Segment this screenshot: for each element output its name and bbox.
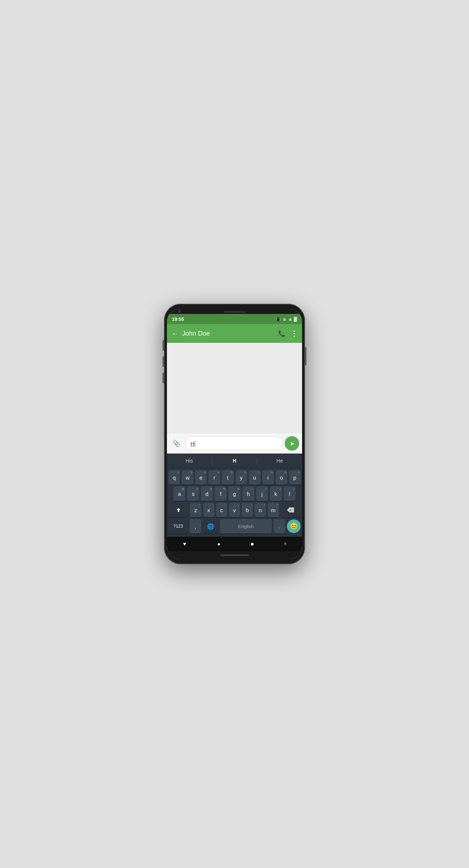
- suggestion-his[interactable]: His: [167, 454, 212, 468]
- key-d[interactable]: $d: [201, 486, 213, 501]
- nav-bar: ▼ ● ■ ⠿: [167, 537, 302, 551]
- battery-icon: ▓: [294, 316, 297, 322]
- key-b[interactable]: ;b: [242, 503, 253, 517]
- status-bar: 19:55 📳 ▲ ▲ ▓: [167, 314, 302, 324]
- shift-icon: [176, 507, 181, 513]
- contact-name: John Doe: [182, 330, 278, 337]
- suggestion-h[interactable]: H ···: [212, 454, 257, 468]
- key-r[interactable]: 4r: [208, 470, 220, 485]
- nav-back-button[interactable]: ▼: [182, 541, 187, 547]
- key-k[interactable]: (k: [270, 486, 282, 501]
- phone-device: 19:55 📳 ▲ ▲ ▓ ← John Doe 📞 ⋮ 📎: [164, 304, 305, 564]
- key-q[interactable]: 1q: [168, 470, 180, 485]
- key-w[interactable]: 2w: [182, 470, 193, 485]
- typed-text: H: [190, 441, 194, 447]
- more-options-icon[interactable]: ⋮: [291, 329, 298, 338]
- period-key[interactable]: .: [274, 519, 285, 533]
- message-area: [167, 343, 302, 433]
- key-x[interactable]: "x: [203, 503, 214, 517]
- camera: [178, 310, 181, 313]
- key-row-3: *z "x 'c :v ;b !n ?m: [168, 503, 301, 517]
- key-o[interactable]: 9o: [276, 470, 287, 485]
- emoji-key[interactable]: 😊: [287, 519, 301, 533]
- key-z[interactable]: *z: [190, 503, 201, 517]
- speaker: [224, 311, 245, 313]
- message-input-text: H: [190, 441, 195, 447]
- key-row-4: ?123 , 🌐 English . 😊: [168, 519, 301, 533]
- send-button[interactable]: ➤: [285, 436, 299, 451]
- status-icons: 📳 ▲ ▲ ▓: [276, 316, 297, 322]
- key-p[interactable]: 0p: [289, 470, 301, 485]
- key-a[interactable]: @a: [173, 486, 185, 501]
- bottom-bar: [167, 551, 302, 559]
- phone-screen: 19:55 📳 ▲ ▲ ▓ ← John Doe 📞 ⋮ 📎: [167, 309, 302, 559]
- delete-key[interactable]: [281, 503, 301, 517]
- key-row-1: 1q 2w 3e 4r 5t 6y 7u 8i 9o 0p: [168, 470, 301, 485]
- wifi-icon: ▲: [282, 316, 287, 322]
- key-t[interactable]: 5t: [222, 470, 233, 485]
- key-h[interactable]: -h: [242, 486, 254, 501]
- delete-icon: [287, 507, 294, 512]
- nav-home-button[interactable]: ●: [218, 541, 220, 547]
- key-e[interactable]: 3e: [195, 470, 207, 485]
- phone-top-bar: [167, 309, 302, 314]
- keyboard: His H ··· He 1q 2w 3e 4r: [167, 454, 302, 537]
- key-l[interactable]: )l: [284, 486, 296, 501]
- key-rows: 1q 2w 3e 4r 5t 6y 7u 8i 9o 0p @a #s $d %…: [167, 468, 302, 537]
- space-key[interactable]: English: [220, 519, 272, 533]
- globe-key[interactable]: 🌐: [203, 519, 218, 533]
- suggestions-row: His H ··· He: [167, 454, 302, 468]
- phone-call-icon[interactable]: 📞: [278, 330, 285, 337]
- attach-button[interactable]: 📎: [170, 437, 183, 450]
- attach-icon: 📎: [172, 439, 180, 447]
- comma-key[interactable]: ,: [190, 519, 201, 533]
- key-g[interactable]: &g: [228, 486, 240, 501]
- send-icon: ➤: [290, 440, 294, 447]
- home-indicator: [220, 554, 249, 556]
- app-bar: ← John Doe 📞 ⋮: [167, 324, 302, 343]
- shift-key[interactable]: [168, 503, 188, 517]
- key-c[interactable]: 'c: [216, 503, 227, 517]
- input-bar: 📎 H ➤: [167, 433, 302, 454]
- back-button[interactable]: ←: [171, 329, 178, 338]
- key-i[interactable]: 8i: [262, 470, 274, 485]
- nav-recents-button[interactable]: ■: [251, 541, 254, 547]
- key-n[interactable]: !n: [255, 503, 266, 517]
- key-m[interactable]: ?m: [268, 503, 279, 517]
- message-input-field[interactable]: H: [185, 437, 283, 450]
- suggestion-dots: ···: [233, 463, 236, 466]
- nav-grid-button[interactable]: ⠿: [284, 542, 287, 546]
- key-y[interactable]: 6y: [236, 470, 247, 485]
- key-s[interactable]: #s: [187, 486, 199, 501]
- key-u[interactable]: 7u: [249, 470, 261, 485]
- app-bar-actions: 📞 ⋮: [278, 329, 298, 338]
- suggestion-he[interactable]: He: [257, 454, 302, 468]
- text-cursor: [195, 441, 195, 447]
- key-row-2: @a #s $d %f &g -h +j (k )l: [168, 486, 301, 501]
- signal-icon: ▲: [288, 316, 292, 322]
- symbols-key[interactable]: ?123: [168, 519, 188, 533]
- status-time: 19:55: [172, 316, 184, 322]
- key-v[interactable]: :v: [229, 503, 240, 517]
- vibrate-icon: 📳: [276, 317, 281, 322]
- key-j[interactable]: +j: [256, 486, 268, 501]
- key-f[interactable]: %f: [215, 486, 227, 501]
